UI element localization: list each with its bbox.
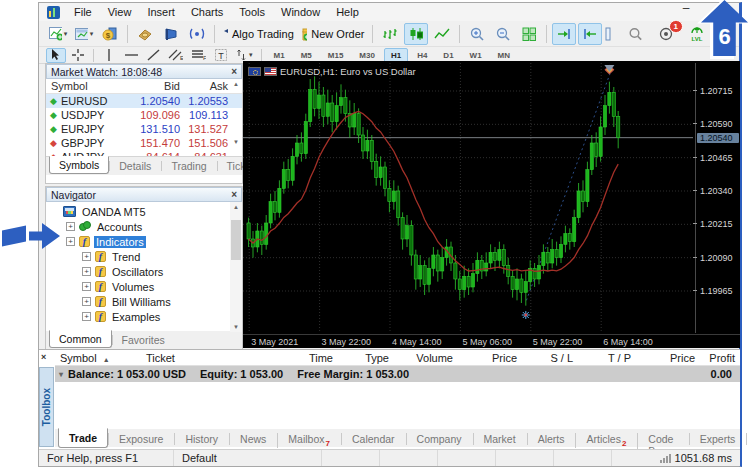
tab-exposure[interactable]: Exposure	[108, 429, 174, 449]
navigator-titlebar[interactable]: Navigator ×	[46, 187, 242, 202]
new-chart-button[interactable]: ▾	[46, 23, 70, 45]
zoom-out-button[interactable]	[491, 23, 515, 45]
chart-window[interactable]: EURUSD,H1: Euro vs US Dollar 1.20540 1.2…	[243, 61, 740, 348]
market-watch-button[interactable]: $	[98, 23, 122, 45]
minimize-button[interactable]: –	[677, 3, 695, 17]
chart-shift-button[interactable]	[578, 23, 602, 45]
navigator-item-indicators[interactable]: +fIndicators	[46, 234, 242, 249]
tab-calendar[interactable]: Calendar	[341, 429, 406, 449]
notifications-button[interactable]: 1	[654, 23, 678, 45]
price-axis[interactable]: 1.20540 1.207151.205901.204651.203401.20…	[695, 63, 740, 333]
tab-alerts[interactable]: Alerts	[527, 429, 576, 449]
scroll-down-icon[interactable]: ▼	[231, 324, 241, 330]
line-chart-mode-button[interactable]	[430, 23, 454, 45]
navigator-item-volumes[interactable]: +fVolumes	[46, 279, 242, 294]
tab-market[interactable]: Market	[473, 429, 527, 449]
scrollbar-thumb[interactable]	[231, 220, 241, 260]
market-watch-titlebar[interactable]: Market Watch: 18:08:48 ×	[46, 64, 242, 79]
close-icon[interactable]: ×	[231, 189, 237, 200]
tile-windows-button[interactable]	[517, 23, 541, 45]
tab-history[interactable]: History	[174, 429, 229, 449]
toolbox-column-sl[interactable]: S / L	[522, 352, 578, 364]
scroll-down-icon[interactable]: ▼	[231, 139, 241, 145]
algo-trading-button[interactable]: Algo Trading	[220, 23, 297, 45]
new-order-button[interactable]: New Order	[299, 23, 368, 45]
menu-tools[interactable]: Tools	[231, 4, 273, 20]
navigator-item-bill-williams[interactable]: +fBill Williams	[46, 294, 242, 309]
navigator-scrollbar[interactable]: ▲ ▼	[230, 202, 242, 332]
toolbox-column-type[interactable]: Type	[338, 352, 394, 364]
balance-row[interactable]: ▾ Balance: 1 053.00 USD Equity: 1 053.00…	[55, 366, 740, 382]
close-icon[interactable]: ×	[231, 66, 237, 77]
market-watch-row-eurusd[interactable]: ◆EURUSD1.205401.20553	[46, 94, 242, 108]
market-watch-scrollbar[interactable]: ▲ ▼	[230, 79, 242, 147]
auto-scroll-button[interactable]	[552, 23, 576, 45]
expand-icon[interactable]: +	[66, 222, 75, 231]
navigator-item-examples[interactable]: +fExamples	[46, 309, 242, 324]
expand-icon[interactable]: +	[82, 282, 91, 291]
equidistant-channel-tool-button[interactable]: E	[165, 48, 186, 63]
expand-icon[interactable]: +	[82, 252, 91, 261]
trendline-tool-button[interactable]	[143, 48, 163, 63]
tab-common[interactable]: Common	[49, 330, 112, 348]
chevron-down-icon[interactable]: ▾	[90, 30, 94, 38]
clipped-toolbar-button[interactable]	[604, 23, 612, 45]
status-profile[interactable]: Default	[174, 450, 322, 466]
column-ask[interactable]: Ask	[180, 80, 228, 92]
expand-icon[interactable]: +	[82, 297, 91, 306]
menu-charts[interactable]: Charts	[183, 4, 231, 20]
bar-chart-mode-button[interactable]	[378, 23, 402, 45]
navigator-item-trend[interactable]: +fTrend	[46, 249, 242, 264]
toolbox-column-price[interactable]: Price	[636, 352, 700, 364]
zoom-in-button[interactable]	[465, 23, 489, 45]
tab-experts[interactable]: Experts	[689, 429, 747, 449]
column-symbol[interactable]: Symbol	[46, 80, 132, 92]
expand-icon[interactable]: +	[82, 312, 91, 321]
cursor-tool-button[interactable]	[46, 48, 66, 63]
market-watch-row-eurjpy[interactable]: ◆EURJPY131.510131.527	[46, 122, 242, 136]
market-watch-header[interactable]: Symbol Bid Ask	[46, 79, 242, 94]
toolbox-vertical-tab[interactable]: Toolbox	[39, 367, 54, 447]
crosshair-tool-button[interactable]	[68, 48, 88, 63]
chevron-down-icon[interactable]: ▾	[249, 51, 253, 59]
toolbox-column-profit[interactable]: Profit	[700, 352, 740, 364]
time-axis[interactable]: 3 May 20213 May 22:004 May 14:005 May 06…	[243, 334, 740, 348]
tab-trade[interactable]: Trade	[58, 428, 108, 448]
candlestick-chart[interactable]	[243, 63, 693, 333]
levels-button[interactable]: LVL	[685, 23, 709, 45]
market-watch-row-gbpjpy[interactable]: ◆GBPJPY151.470151.506	[46, 136, 242, 150]
navigator-item-accounts[interactable]: +Accounts	[46, 219, 242, 234]
column-bid[interactable]: Bid	[132, 80, 180, 92]
chevron-down-icon[interactable]: ▾	[64, 30, 68, 38]
toolbox-column-symbol[interactable]: Symbol▲	[55, 352, 141, 364]
menu-window[interactable]: Window	[273, 4, 328, 20]
toolbox-column-volume[interactable]: Volume	[394, 352, 458, 364]
close-icon[interactable]: ×	[41, 352, 46, 362]
scroll-up-icon[interactable]: ▲	[231, 81, 241, 87]
menu-help[interactable]: Help	[328, 4, 367, 20]
data-window-button[interactable]	[133, 23, 157, 45]
toolbox-column-headers[interactable]: Symbol▲TicketTimeTypeVolumePriceS / LT /…	[55, 350, 740, 366]
navigator-item-oanda-mt5[interactable]: OANDA MT5	[46, 204, 242, 219]
tab-symbols[interactable]: Symbols	[49, 156, 109, 174]
menu-insert[interactable]: Insert	[139, 4, 183, 20]
search-button[interactable]	[623, 23, 647, 45]
market-watch-row-usdjpy[interactable]: ◆USDJPY109.096109.113	[46, 108, 242, 122]
tab-news[interactable]: News	[229, 429, 277, 449]
chart-plot-area[interactable]	[243, 63, 693, 333]
text-tool-button[interactable]: T	[211, 48, 231, 63]
toolbox-column-ticket[interactable]: Ticket	[141, 352, 246, 364]
expand-icon[interactable]: +	[66, 237, 75, 246]
fibonacci-tool-button[interactable]: F	[188, 48, 209, 63]
toolbox-button[interactable]	[185, 23, 209, 45]
collapse-icon[interactable]: ▾	[59, 370, 63, 379]
menu-file[interactable]: File	[66, 4, 100, 20]
navigator-button[interactable]	[159, 23, 183, 45]
profiles-button[interactable]: ▾	[72, 23, 96, 45]
expand-icon[interactable]: +	[82, 267, 91, 276]
tab-favorites[interactable]: Favorites	[112, 331, 175, 349]
candlestick-mode-button[interactable]	[404, 23, 428, 45]
navigator-item-oscillators[interactable]: +fOscillators	[46, 264, 242, 279]
horizontal-line-tool-button[interactable]	[121, 48, 141, 63]
tab-company[interactable]: Company	[406, 429, 473, 449]
